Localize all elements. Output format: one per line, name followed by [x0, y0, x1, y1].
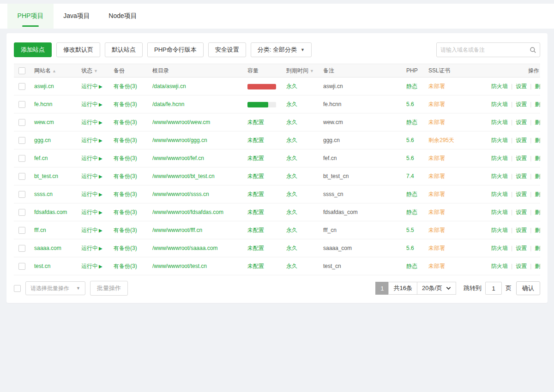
settings-link[interactable]: 设置	[516, 191, 527, 197]
backup-link[interactable]: 有备份(3)	[114, 119, 137, 125]
security-settings-button[interactable]: 安全设置	[208, 42, 246, 57]
status-link[interactable]: 运行中	[81, 101, 98, 107]
expiry-link[interactable]: 永久	[286, 83, 297, 89]
default-site-button[interactable]: 默认站点	[105, 42, 143, 57]
delete-link[interactable]: 删除	[535, 227, 540, 233]
firewall-link[interactable]: 防火墙	[491, 119, 508, 125]
site-name-link[interactable]: bt_test.cn	[34, 173, 58, 179]
backup-link[interactable]: 有备份(3)	[114, 173, 137, 179]
backup-link[interactable]: 有备份(3)	[114, 263, 137, 269]
delete-link[interactable]: 删除	[535, 173, 540, 179]
row-checkbox[interactable]	[18, 137, 25, 144]
php-version-link[interactable]: 5.6	[406, 245, 414, 251]
site-name-link[interactable]: wew.cm	[34, 119, 54, 125]
php-version-link[interactable]: 5.6	[406, 101, 414, 107]
settings-link[interactable]: 设置	[516, 83, 527, 89]
backup-link[interactable]: 有备份(3)	[114, 101, 137, 107]
note-text[interactable]: ssss_cn	[323, 191, 343, 197]
backup-link[interactable]: 有备份(3)	[114, 83, 137, 89]
tab-php-project[interactable]: PHP项目	[7, 4, 54, 29]
settings-link[interactable]: 设置	[516, 137, 527, 143]
root-dir-link[interactable]: /www/wwwroot/fdsafdas.com	[152, 209, 223, 215]
settings-link[interactable]: 设置	[516, 263, 527, 269]
delete-link[interactable]: 删除	[535, 155, 540, 161]
php-version-link[interactable]: 5.6	[406, 155, 414, 161]
batch-action-select[interactable]: 请选择批量操作 ▼	[25, 281, 85, 295]
column-header-name[interactable]: 网站名▲	[34, 67, 81, 75]
backup-link[interactable]: 有备份(3)	[114, 191, 137, 197]
delete-link[interactable]: 删除	[535, 137, 540, 143]
delete-link[interactable]: 删除	[535, 119, 540, 125]
status-link[interactable]: 运行中	[81, 155, 98, 161]
confirm-button[interactable]: 确认	[516, 281, 540, 295]
search-input[interactable]	[437, 47, 526, 53]
settings-link[interactable]: 设置	[516, 155, 527, 161]
batch-action-button[interactable]: 批量操作	[90, 281, 128, 296]
ssl-status-link[interactable]: 未部署	[428, 173, 445, 179]
row-checkbox[interactable]	[18, 191, 25, 198]
ssl-status-link[interactable]: 剩余295天	[428, 137, 454, 143]
capacity-config-link[interactable]: 未配置	[247, 173, 264, 179]
firewall-link[interactable]: 防火墙	[491, 137, 508, 143]
site-name-link[interactable]: aswji.cn	[34, 83, 54, 89]
row-checkbox[interactable]	[18, 83, 25, 90]
note-text[interactable]: aswji.cn	[323, 83, 343, 89]
root-dir-link[interactable]: /www/wwwroot/test.cn	[152, 263, 207, 269]
settings-link[interactable]: 设置	[516, 245, 527, 251]
php-version-link[interactable]: 5.5	[406, 227, 414, 233]
ssl-status-link[interactable]: 未部署	[428, 227, 445, 233]
row-checkbox[interactable]	[18, 227, 25, 234]
expiry-link[interactable]: 永久	[286, 137, 297, 143]
expiry-link[interactable]: 永久	[286, 191, 297, 197]
note-text[interactable]: fdsafdas_com	[323, 209, 358, 215]
firewall-link[interactable]: 防火墙	[491, 209, 508, 215]
status-link[interactable]: 运行中	[81, 119, 98, 125]
note-text[interactable]: fff_cn	[323, 227, 337, 233]
firewall-link[interactable]: 防火墙	[491, 101, 508, 107]
ssl-status-link[interactable]: 未部署	[428, 209, 445, 215]
select-all-checkbox[interactable]	[18, 67, 25, 74]
expiry-link[interactable]: 永久	[286, 227, 297, 233]
delete-link[interactable]: 删除	[535, 191, 540, 197]
tab-java-project[interactable]: Java项目	[54, 4, 100, 29]
status-link[interactable]: 运行中	[81, 209, 98, 215]
backup-link[interactable]: 有备份(3)	[114, 227, 137, 233]
ssl-status-link[interactable]: 未部署	[428, 119, 445, 125]
status-link[interactable]: 运行中	[81, 83, 98, 89]
expiry-link[interactable]: 永久	[286, 209, 297, 215]
firewall-link[interactable]: 防火墙	[491, 155, 508, 161]
ssl-status-link[interactable]: 未部署	[428, 101, 445, 107]
settings-link[interactable]: 设置	[516, 173, 527, 179]
sort-asc-icon[interactable]: ▲	[52, 69, 56, 73]
capacity-config-link[interactable]: 未配置	[247, 209, 264, 215]
php-version-link[interactable]: 静态	[406, 209, 417, 215]
root-dir-link[interactable]: /www/wwwroot/ggg.cn	[152, 137, 207, 143]
ssl-status-link[interactable]: 未部署	[428, 83, 445, 89]
search-icon[interactable]	[526, 47, 540, 53]
capacity-bar[interactable]	[247, 102, 276, 107]
firewall-link[interactable]: 防火墙	[491, 173, 508, 179]
capacity-config-link[interactable]: 未配置	[247, 191, 264, 197]
capacity-bar[interactable]	[247, 84, 276, 89]
site-name-link[interactable]: fdsafdas.com	[34, 209, 67, 215]
footer-select-all-checkbox[interactable]	[14, 285, 21, 292]
row-checkbox[interactable]	[18, 263, 25, 270]
ssl-status-link[interactable]: 未部署	[428, 245, 445, 251]
capacity-config-link[interactable]: 未配置	[247, 155, 264, 161]
firewall-link[interactable]: 防火墙	[491, 227, 508, 233]
expiry-link[interactable]: 永久	[286, 245, 297, 251]
site-name-link[interactable]: fe.hcnn	[34, 101, 52, 107]
jump-page-input[interactable]	[485, 282, 502, 295]
settings-link[interactable]: 设置	[516, 101, 527, 107]
row-checkbox[interactable]	[18, 173, 25, 180]
expiry-link[interactable]: 永久	[286, 263, 297, 269]
expiry-link[interactable]: 永久	[286, 155, 297, 161]
status-link[interactable]: 运行中	[81, 227, 98, 233]
site-name-link[interactable]: ssss.cn	[34, 191, 53, 197]
settings-link[interactable]: 设置	[516, 119, 527, 125]
root-dir-link[interactable]: /www/wwwroot/fef.cn	[152, 155, 204, 161]
php-cli-version-button[interactable]: PHP命令行版本	[147, 42, 204, 57]
site-name-link[interactable]: fff.cn	[34, 227, 46, 233]
delete-link[interactable]: 删除	[535, 83, 540, 89]
root-dir-link[interactable]: /www/wwwroot/ssss.cn	[152, 191, 209, 197]
